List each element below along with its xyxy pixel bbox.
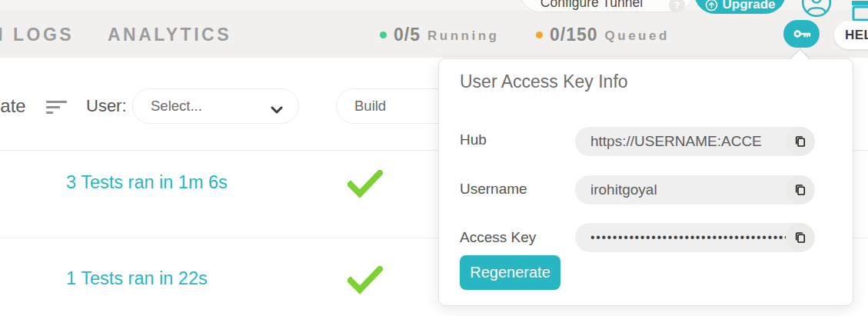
configure-tunnel-button[interactable]: Configure Tunnel ? — [520, 0, 694, 12]
user-select-dropdown[interactable]: Select... — [132, 88, 299, 124]
access-key-button[interactable] — [783, 20, 820, 48]
access-key-value: •••••••••••••••••••••••••••••••••••• — [575, 231, 786, 244]
top-header: N LOGS ANALYTICS 0/5 Running 0/150 Queue… — [0, 0, 868, 58]
date-filter-label: Date — [0, 95, 26, 117]
queued-label: Queued — [605, 26, 670, 44]
regenerate-button[interactable]: Regenerate — [460, 255, 560, 290]
tab-analytics[interactable]: ANALYTICS — [108, 25, 231, 45]
running-label: Running — [427, 26, 499, 44]
queued-count: 0/150 — [550, 25, 598, 45]
copy-username-button[interactable] — [786, 175, 815, 205]
user-filter-label: User: — [86, 96, 127, 116]
hub-value: https://USERNAME:ACCE — [575, 133, 786, 150]
popover-title: User Access Key Info — [460, 72, 628, 92]
key-icon — [793, 26, 811, 42]
copy-access-key-button[interactable] — [786, 223, 815, 252]
running-count: 0/5 — [394, 25, 421, 45]
queued-status: 0/150 Queued — [536, 24, 670, 45]
configure-tunnel-label: Configure Tunnel — [520, 0, 663, 11]
running-dot-icon — [380, 32, 387, 38]
copy-hub-button[interactable] — [786, 127, 815, 156]
access-key-field[interactable]: •••••••••••••••••••••••••••••••••••• — [575, 223, 815, 252]
copy-icon — [793, 231, 807, 244]
upgrade-button[interactable]: Upgrade — [694, 0, 786, 14]
app-window: N LOGS ANALYTICS 0/5 Running 0/150 Queue… — [0, 0, 868, 316]
username-field[interactable]: irohitgoyal — [575, 175, 815, 205]
access-key-label: Access Key — [460, 229, 536, 246]
upgrade-label: Upgrade — [723, 0, 776, 12]
access-key-popover: User Access Key Info Hub https://USERNAM… — [438, 58, 853, 306]
user-avatar[interactable] — [801, 0, 832, 18]
tunnel-help-icon[interactable]: ? — [669, 0, 685, 13]
username-label: Username — [460, 181, 527, 198]
test-run-link[interactable]: 3 Tests ran in 1m 6s — [66, 172, 228, 193]
tab-logs[interactable]: N LOGS — [0, 25, 74, 45]
username-value: irohitgoyal — [575, 181, 786, 198]
hub-field[interactable]: https://USERNAME:ACCE — [575, 127, 815, 156]
copy-icon — [793, 135, 807, 148]
help-label: HELP — [834, 21, 868, 49]
running-status: 0/5 Running — [380, 24, 499, 45]
passed-check-icon — [348, 266, 383, 295]
user-select-value: Select... — [151, 89, 202, 122]
help-button[interactable]: HELP — [834, 21, 868, 49]
test-run-link[interactable]: 1 Tests ran in 22s — [66, 268, 208, 289]
build-filter-value: Build — [354, 89, 386, 122]
passed-check-icon — [348, 170, 383, 199]
copy-icon — [793, 183, 807, 197]
filter-icon[interactable] — [46, 101, 67, 117]
queued-dot-icon — [536, 32, 543, 38]
upgrade-arrow-icon — [705, 0, 718, 12]
chevron-down-icon — [271, 103, 283, 117]
hub-label: Hub — [460, 131, 487, 148]
